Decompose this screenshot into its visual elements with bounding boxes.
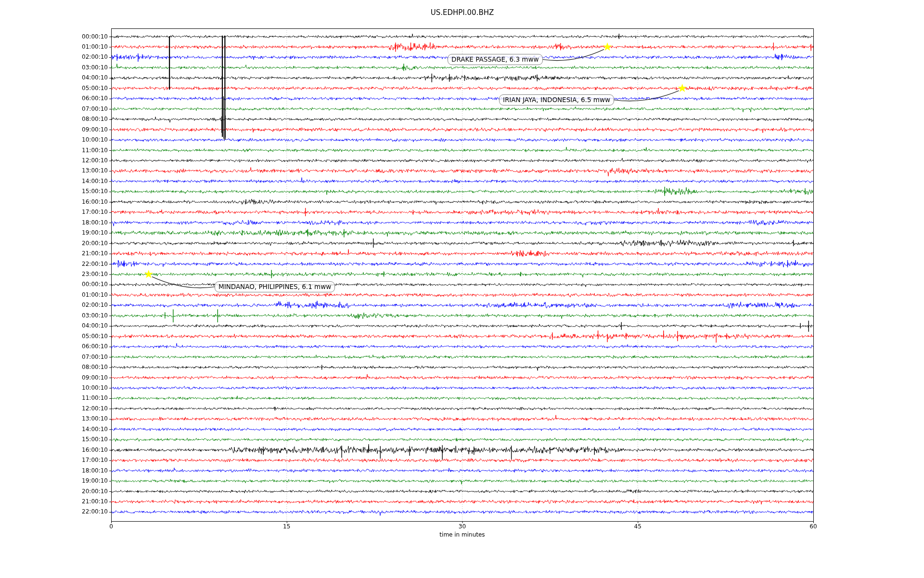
y-tick-label: 19:00:10 [0,477,108,485]
y-tick-label: 16:00:10 [0,198,108,206]
y-tick-label: 12:00:10 [0,157,108,164]
chart-title: US.EDHPI.00.BHZ [111,8,813,17]
y-tick-label: 04:00:10 [0,322,108,329]
y-tick-label: 22:00:10 [0,261,108,268]
x-tick-label: 15 [272,523,301,530]
y-tick-label: 16:00:10 [0,447,108,454]
y-tick-label: 22:00:10 [0,508,108,515]
x-tick-label: 45 [623,523,652,530]
y-tick-label: 08:00:10 [0,116,108,123]
y-tick-label: 20:00:10 [0,488,108,495]
y-tick-label: 07:00:10 [0,105,108,113]
y-tick-label: 13:00:10 [0,167,108,174]
y-tick-label: 05:00:10 [0,333,108,340]
y-tick-label: 19:00:10 [0,229,108,236]
y-tick-label: 05:00:10 [0,85,108,92]
y-tick-label: 17:00:10 [0,457,108,464]
y-tick-label: 14:00:10 [0,178,108,185]
y-tick-label: 23:00:10 [0,271,108,278]
x-tick-label: 60 [799,523,828,530]
y-tick-label: 08:00:10 [0,364,108,371]
y-tick-label: 11:00:10 [0,394,108,402]
y-tick-label: 01:00:10 [0,291,108,299]
y-tick-label: 03:00:10 [0,312,108,319]
y-tick-label: 02:00:10 [0,302,108,309]
y-tick-label: 00:00:10 [0,33,108,40]
x-tick-label: 0 [97,523,126,530]
y-tick-label: 04:00:10 [0,74,108,81]
y-tick-label: 10:00:10 [0,136,108,144]
y-tick-label: 15:00:10 [0,188,108,195]
y-tick-label: 21:00:10 [0,498,108,505]
y-tick-label: 07:00:10 [0,354,108,361]
y-tick-label: 02:00:10 [0,53,108,61]
y-tick-label: 17:00:10 [0,209,108,216]
y-tick-label: 18:00:10 [0,467,108,474]
y-tick-label: 21:00:10 [0,250,108,257]
y-tick-label: 06:00:10 [0,95,108,102]
y-tick-label: 12:00:10 [0,405,108,412]
y-tick-label: 00:00:10 [0,281,108,288]
x-tick-label: 30 [448,523,477,530]
y-tick-label: 03:00:10 [0,64,108,71]
y-tick-label: 06:00:10 [0,343,108,350]
y-tick-label: 13:00:10 [0,415,108,422]
y-tick-label: 15:00:10 [0,436,108,443]
matplotlib-figure: US.EDHPI.00.BHZ 00:00:1001:00:1002:00:10… [0,0,924,578]
y-tick-label: 09:00:10 [0,126,108,133]
y-tick-label: 18:00:10 [0,219,108,226]
y-tick-label: 09:00:10 [0,374,108,381]
y-tick-label: 10:00:10 [0,384,108,392]
y-tick-label: 01:00:10 [0,43,108,51]
y-tick-label: 20:00:10 [0,240,108,247]
seismogram-canvas [0,0,924,578]
y-tick-label: 14:00:10 [0,426,108,433]
x-axis-label: time in minutes [111,531,813,538]
y-tick-label: 11:00:10 [0,147,108,154]
